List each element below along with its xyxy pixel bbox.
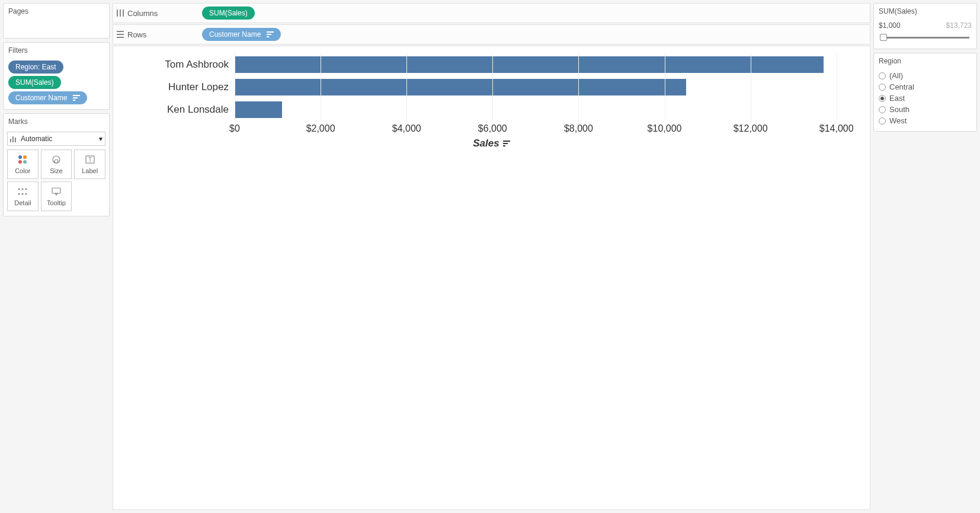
filter-pill-label: Region: East	[15, 63, 56, 71]
tooltip-icon	[52, 186, 61, 197]
sum-sales-filter-title: SUM(Sales)	[874, 4, 976, 19]
region-filter-title: Region	[874, 53, 976, 69]
svg-rect-22	[120, 9, 121, 17]
sort-descending-icon	[503, 141, 510, 146]
marks-color-button[interactable]: Color	[7, 149, 39, 179]
svg-rect-21	[117, 9, 118, 17]
svg-rect-28	[267, 34, 271, 35]
svg-rect-25	[117, 34, 124, 35]
filters-shelf[interactable]: Filters Region: East SUM(Sales) Customer…	[3, 42, 110, 110]
region-option-label: Central	[889, 82, 914, 91]
label-icon: T	[85, 154, 95, 165]
marks-size-button[interactable]: Size	[41, 149, 72, 179]
svg-point-9	[23, 160, 27, 164]
svg-point-7	[23, 155, 27, 159]
chart-row: Tom Ashbrook	[125, 53, 858, 76]
svg-rect-27	[267, 31, 274, 33]
sum-sales-slider[interactable]	[879, 33, 972, 43]
filter-pill-region[interactable]: Region: East	[8, 60, 63, 74]
region-radio-option[interactable]: East	[879, 93, 972, 104]
rows-icon	[117, 31, 124, 38]
svg-point-6	[18, 155, 22, 159]
svg-point-19	[25, 193, 27, 195]
svg-rect-20	[52, 188, 60, 193]
chart-bar[interactable]	[235, 56, 824, 73]
region-radio-option[interactable]: South	[879, 104, 972, 115]
svg-rect-0	[73, 95, 80, 96]
chart-bar-area	[235, 98, 858, 121]
chart-category-label: Tom Ashbrook	[125, 59, 235, 71]
rows-pill-customer-name[interactable]: Customer Name	[202, 28, 281, 41]
marks-title: Marks	[4, 114, 109, 129]
svg-point-18	[22, 193, 24, 195]
svg-rect-4	[12, 136, 14, 142]
marks-label-button[interactable]: T Label	[74, 149, 105, 179]
region-radio-option[interactable]: West	[879, 115, 972, 126]
svg-point-15	[22, 189, 24, 190]
region-radio-option[interactable]: (All)	[879, 70, 972, 81]
axis-tick-label: $4,000	[392, 123, 421, 134]
chart-row: Hunter Lopez	[125, 76, 858, 98]
chart-x-axis-label: Sales	[125, 138, 858, 149]
region-radio-option[interactable]: Central	[879, 81, 972, 93]
sort-descending-icon	[73, 95, 80, 101]
columns-pill-sum-sales[interactable]: SUM(Sales)	[202, 7, 255, 20]
rows-label: Rows	[127, 30, 147, 39]
columns-icon	[117, 9, 124, 17]
axis-tick-label: $10,000	[648, 123, 682, 134]
slider-max-label: $13,723	[946, 21, 972, 30]
pages-shelf[interactable]: Pages	[3, 3, 110, 39]
svg-rect-31	[503, 143, 508, 144]
svg-point-16	[25, 189, 27, 190]
marks-tooltip-button[interactable]: Tooltip	[41, 181, 72, 211]
sort-descending-icon	[267, 31, 274, 37]
color-icon	[18, 154, 27, 165]
filter-pill-customer-name[interactable]: Customer Name	[8, 91, 87, 104]
axis-tick-label: $14,000	[819, 123, 854, 134]
axis-tick-label: $0	[229, 123, 240, 134]
rows-shelf[interactable]: Rows Customer Name	[113, 24, 870, 44]
region-option-label: South	[889, 105, 909, 114]
mark-type-label: Automatic	[21, 135, 52, 143]
pages-title: Pages	[4, 4, 109, 19]
marks-detail-button[interactable]: Detail	[7, 181, 39, 211]
region-filter-card: Region (All)CentralEastSouthWest	[873, 53, 977, 132]
size-icon	[51, 154, 62, 165]
chart-bar[interactable]	[235, 101, 282, 118]
chart-category-label: Ken Lonsdale	[125, 104, 235, 116]
filter-pill-label: SUM(Sales)	[15, 78, 54, 87]
columns-label: Columns	[127, 9, 158, 18]
slider-handle[interactable]	[880, 34, 887, 41]
svg-rect-26	[117, 37, 124, 38]
columns-shelf[interactable]: Columns SUM(Sales)	[113, 3, 870, 23]
svg-rect-30	[503, 141, 510, 142]
chart-bar-area	[235, 76, 858, 98]
filters-title: Filters	[4, 43, 109, 58]
detail-icon	[18, 186, 27, 197]
svg-point-17	[18, 193, 20, 195]
svg-rect-24	[117, 31, 124, 32]
axis-tick-label: $12,000	[734, 123, 768, 134]
svg-rect-29	[267, 36, 269, 37]
region-option-label: West	[889, 116, 907, 125]
region-option-label: East	[889, 94, 905, 103]
filter-pill-label: Customer Name	[15, 94, 67, 102]
radio-icon	[879, 95, 886, 102]
axis-tick-label: $8,000	[564, 123, 593, 134]
mark-type-dropdown[interactable]: Automatic ▾	[7, 132, 105, 146]
svg-rect-1	[73, 97, 78, 98]
svg-point-8	[18, 160, 22, 164]
filter-pill-sum-sales[interactable]: SUM(Sales)	[8, 76, 61, 89]
chart-bar[interactable]	[235, 79, 686, 95]
svg-point-11	[55, 160, 58, 163]
marks-card: Marks Automatic ▾	[3, 113, 110, 216]
visualization-area[interactable]: Tom AshbrookHunter LopezKen Lonsdale$0$2…	[113, 46, 870, 510]
bar-chart-icon	[10, 135, 17, 142]
region-option-label: (All)	[889, 71, 903, 80]
radio-icon	[879, 106, 886, 113]
svg-rect-5	[15, 138, 16, 142]
svg-point-14	[18, 189, 20, 190]
radio-icon	[879, 84, 886, 91]
chart-x-axis: $0$2,000$4,000$6,000$8,000$10,000$12,000…	[235, 123, 858, 135]
chart-row: Ken Lonsdale	[125, 98, 858, 121]
